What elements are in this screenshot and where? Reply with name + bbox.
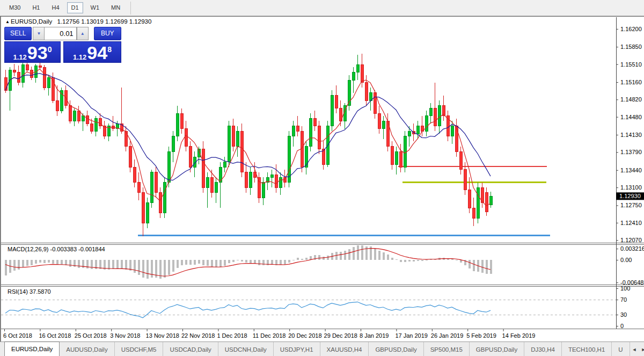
svg-text:1.12750: 1.12750	[620, 202, 642, 208]
bid-prefix: 1.12	[13, 54, 27, 61]
lot-size-input[interactable]: 0.01	[44, 27, 76, 40]
lot-increase-button[interactable]: ▲	[77, 27, 89, 40]
chart-tab-eurusd-daily[interactable]: EURUSD,Daily	[4, 342, 60, 356]
svg-text:8 Jan 2019: 8 Jan 2019	[360, 332, 389, 339]
chart-tab-tech100-h1[interactable]: TECH100,H1	[562, 342, 612, 356]
chart-symbol-period: EURUSD,Daily	[11, 18, 52, 25]
svg-text:14 Feb 2019: 14 Feb 2019	[502, 332, 536, 339]
svg-text:1.14820: 1.14820	[620, 96, 642, 103]
bid-main-digits: 93	[27, 46, 48, 61]
tab-scroll-arrows: ◄ ►	[630, 342, 644, 356]
sell-button[interactable]: SELL	[4, 27, 32, 40]
svg-text:13 Nov 2018: 13 Nov 2018	[146, 332, 179, 339]
chart-tab-usdcnh-daily[interactable]: USDCNH,Daily	[218, 342, 274, 356]
chart-tab-bar: EURUSD,DailyAUDUSD,DailyUSDCHF,M5USDCAD,…	[0, 342, 644, 356]
bid-pip-digit: 0	[48, 46, 52, 53]
svg-text:29 Dec 2018: 29 Dec 2018	[324, 332, 357, 339]
svg-text:1.14130: 1.14130	[620, 132, 642, 138]
timeframe-button-m30[interactable]: M30	[5, 2, 25, 13]
svg-text:1.14480: 1.14480	[620, 114, 642, 120]
svg-text:70: 70	[620, 296, 627, 303]
price-chart[interactable]: 1.162001.158501.155101.151601.148201.144…	[0, 16, 644, 342]
svg-text:1 Dec 2018: 1 Dec 2018	[217, 332, 247, 339]
chart-tab-dj30-h4[interactable]: DJ30,H4	[524, 342, 562, 356]
svg-text:1.12930: 1.12930	[619, 193, 641, 199]
svg-text:1.13440: 1.13440	[620, 167, 642, 173]
one-click-trading-panel: SELL ▼ 0.01 ▲ BUY 1.12 93 0 1.12 94 8	[4, 27, 121, 63]
chart-tab-usdjpy-h1[interactable]: USDJPY,H1	[274, 342, 320, 356]
svg-text:20 Dec 2018: 20 Dec 2018	[288, 332, 321, 339]
svg-text:1.12410: 1.12410	[620, 220, 642, 226]
svg-text:22 Nov 2018: 22 Nov 2018	[181, 332, 215, 339]
buy-button[interactable]: BUY	[94, 27, 121, 40]
chart-tab-xauusd-h4[interactable]: XAUUSD,H4	[320, 342, 369, 356]
svg-text:30: 30	[620, 311, 627, 318]
svg-text:1.16200: 1.16200	[620, 26, 642, 32]
chevron-down-icon: ▼	[36, 31, 41, 36]
chart-window: 1.162001.158501.155101.151601.148201.144…	[0, 16, 644, 342]
chevron-up-icon: ▲	[80, 31, 85, 36]
ask-price-box[interactable]: 1.12 94 8	[63, 41, 121, 63]
chart-tab-usdchf-m5[interactable]: USDCHF,M5	[115, 342, 164, 356]
svg-text:17 Jan 2019: 17 Jan 2019	[395, 332, 428, 339]
svg-text:0: 0	[620, 323, 624, 329]
chart-tab-gbpusd-daily[interactable]: GBPUSD,Daily	[470, 342, 524, 356]
svg-text:0.00: 0.00	[620, 257, 632, 263]
svg-text:1.15160: 1.15160	[620, 79, 642, 85]
timeframe-button-mn[interactable]: MN	[107, 2, 125, 13]
timeframe-button-w1[interactable]: W1	[86, 2, 104, 13]
svg-text:1.13100: 1.13100	[620, 184, 642, 191]
svg-text:5 Feb 2019: 5 Feb 2019	[466, 332, 496, 339]
chart-tab-u[interactable]: U	[612, 342, 630, 356]
collapse-triangle-icon[interactable]: ▲	[5, 19, 10, 24]
timeframe-button-h1[interactable]: H1	[28, 2, 44, 13]
macd-indicator-label: MACD(12,26,9) -0.003383 -0.001844	[8, 246, 105, 252]
tab-scroll-left-icon[interactable]: ◄	[630, 347, 639, 352]
lot-decrease-button[interactable]: ▼	[33, 27, 44, 40]
svg-text:1.13790: 1.13790	[620, 149, 642, 155]
svg-text:25 Oct 2018: 25 Oct 2018	[75, 332, 107, 339]
timeframe-button-h4[interactable]: H4	[47, 2, 63, 13]
svg-text:11 Dec 2018: 11 Dec 2018	[253, 332, 286, 339]
svg-text:16 Oct 2018: 16 Oct 2018	[39, 332, 71, 339]
ask-pip-digit: 8	[107, 46, 112, 53]
svg-text:3 Nov 2018: 3 Nov 2018	[110, 332, 140, 339]
timeframe-toolbar: M30H1H4D1W1MN	[0, 0, 644, 16]
svg-text:1.12070: 1.12070	[620, 237, 642, 243]
svg-text:1.15850: 1.15850	[620, 43, 642, 50]
rsi-indicator-label: RSI(14) 37.5870	[8, 288, 51, 295]
chart-tab-sp500-m15[interactable]: SP500,M15	[424, 342, 470, 356]
chart-tab-gbpusd-daily[interactable]: GBPUSD,Daily	[369, 342, 423, 356]
svg-text:100: 100	[620, 285, 630, 292]
timeframe-button-d1[interactable]: D1	[67, 2, 83, 13]
chart-title: ▲EURUSD,Daily 1.12756 1.13019 1.12699 1.…	[5, 18, 151, 25]
svg-text:6 Oct 2018: 6 Oct 2018	[3, 332, 32, 339]
svg-text:1.15510: 1.15510	[620, 61, 642, 68]
chart-tab-usdcad-daily[interactable]: USDCAD,Daily	[163, 342, 218, 356]
svg-text:26 Jan 2019: 26 Jan 2019	[431, 332, 464, 339]
ask-prefix: 1.12	[73, 54, 86, 61]
chart-ohlc-values: 1.12756 1.13019 1.12699 1.12930	[57, 18, 151, 25]
toolbar-divider	[130, 2, 131, 14]
ask-main-digits: 94	[87, 46, 107, 61]
chart-tab-audusd-daily[interactable]: AUDUSD,Daily	[60, 342, 114, 356]
tab-scroll-right-icon[interactable]: ►	[639, 347, 644, 352]
bid-price-box[interactable]: 1.12 93 0	[4, 41, 61, 63]
svg-text:0.003216: 0.003216	[620, 245, 644, 252]
